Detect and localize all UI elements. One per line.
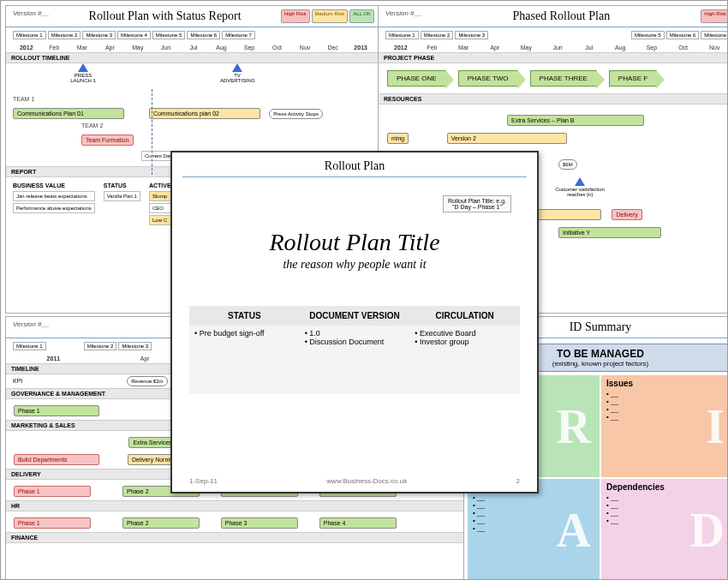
version-item: Discussion Document [305, 338, 405, 346]
legend-med: Medium Risk [312, 9, 349, 23]
center-title-slide: Rollout Plan Rollout Plan Title: e.g. "D… [170, 151, 539, 493]
milestones: Milestone 1 Milestone 2 Milestone 3 Mile… [379, 27, 728, 43]
months-row: 2012 Feb Mar Apr May Jun Jul Aug Sep Oct… [379, 43, 728, 52]
phase-chevron: PHASE THREE [530, 70, 597, 87]
team-label: TEAM 2 [81, 123, 374, 129]
section-hr: HR [6, 500, 467, 511]
marker-tv: TV ADVERTISING [220, 63, 254, 83]
info-table: STATUS DOCUMENT VERSION CIRCULATION Pre … [189, 306, 520, 394]
raid-big-letter: A [557, 503, 591, 558]
col-active: ACTIVE Slump CEO Low C [149, 182, 171, 227]
slide-subtitle: the reason why people want it [172, 258, 537, 272]
version-label: Version #__ [385, 9, 421, 23]
footer-page: 2 [516, 477, 520, 485]
month: Oct [264, 45, 291, 51]
bar-team-formation: Team Formation [81, 135, 134, 146]
bar-phase: Phase 2 [122, 517, 200, 529]
bar-phase: Phase 1 [14, 405, 99, 416]
month: May [511, 45, 542, 51]
panel-header: Version #__ Rollout Plan with Status Rep… [6, 6, 381, 27]
active-item: Slump [149, 191, 171, 201]
section-resources: RESOURCES [379, 93, 728, 105]
circ-item: Executive Board [415, 329, 515, 338]
bar-phase: Phase 1 [14, 486, 91, 497]
legend-ok: ALL OK [349, 9, 374, 23]
section-rollout-timeline: ROLLOUT TIMELINE [6, 52, 381, 63]
slide-title: Rollout Plan Title [172, 229, 537, 256]
raid-big-letter: I [706, 399, 725, 454]
col-status: STATUS Vanilla Part 1 [104, 182, 140, 227]
triangle-icon [78, 63, 88, 72]
version-item: 1.0 [305, 329, 405, 338]
bar-communications-1: Communications Plan 01 [13, 108, 124, 119]
month: Sep [636, 45, 667, 51]
bar-build-dept: Build Departments [14, 454, 99, 465]
month: Nov [699, 45, 728, 51]
phase-chevron: PHASE TWO [458, 70, 518, 87]
version-label: Version #__ [13, 320, 49, 334]
raid-item: __ [606, 493, 728, 501]
phase-chevron: PHASE ONE [387, 70, 446, 87]
months-row: 2012 Feb Mar Apr May Jun Jul Aug Sep Oct… [6, 43, 381, 52]
slide-heading: Rollout Plan [182, 152, 527, 177]
status-item: Vanilla Part 1 [104, 191, 140, 201]
hr-row: Phase 1 Phase 2 Phase 3 Phase 4 [6, 511, 467, 532]
circ-item: Investor group [415, 338, 515, 346]
month: Jun [152, 45, 180, 51]
footer-date: 1-Sep-11 [189, 477, 218, 485]
month: Jul [180, 45, 207, 51]
raid-big-letter: R [557, 399, 591, 454]
legend: High Risk Medium Risk ALL OK [281, 9, 374, 23]
bar-communications-2: Communications plan 02 [149, 108, 260, 119]
team1-row: Communications Plan 01 Communications pl… [13, 104, 374, 119]
version-label: Version #__ [13, 9, 49, 23]
year: 2012 [13, 45, 40, 51]
month: Jul [574, 45, 605, 51]
raid-heading: Issues [606, 379, 728, 388]
bar-phase: Phase 4 [319, 517, 397, 529]
bar-phase: Phase 1 [14, 517, 91, 529]
milestone: Milestone 2 [421, 31, 454, 39]
active-item: Low C [149, 215, 171, 225]
milestone: Milestone 3 [455, 31, 488, 39]
milestone: Milestone 1 [385, 31, 419, 39]
month: Feb [41, 45, 69, 51]
month: Apr [480, 45, 510, 51]
month: Aug [605, 45, 636, 51]
phases-row: PHASE ONE PHASE TWO PHASE THREE PHASE F [379, 63, 728, 93]
th-status: STATUS [189, 306, 300, 326]
month: Jun [542, 45, 573, 51]
milestone: Milestone 2 [48, 31, 81, 39]
marker-label: TV ADVERTISING [220, 73, 255, 83]
raid-cell-issues: Issues I ________ [601, 375, 728, 477]
bar-extra-b: Extra Services – Plan B [507, 115, 644, 126]
year: 2012 [385, 45, 416, 51]
milestone: Milestone 1 [13, 342, 46, 350]
slide-footer: 1-Sep-11 www.Business-Docs.co.uk 2 [189, 477, 520, 485]
col-business-value: BUSINESS VALUE Jan release beats expecta… [13, 182, 95, 227]
oval-press-stop: Press Activity Stops [269, 109, 323, 119]
bv-item: Jan release beats expectations [13, 191, 95, 201]
raid-cell-assumptions: Assumptions A __________ [468, 479, 600, 580]
bv-item: Performance above expectations [13, 203, 95, 213]
year: 2011 [13, 356, 94, 362]
milestone: Milestone 1 [13, 31, 46, 39]
marker-press-launch: PRESS LAUNCH 1 [66, 63, 100, 83]
bar-delivery: Delivery [612, 209, 641, 220]
month: Oct [668, 45, 699, 51]
month: Apr [97, 45, 124, 51]
footer-url: www.Business-Docs.co.uk [326, 477, 407, 485]
milestone: Milestone 6 [187, 31, 220, 39]
month: Mar [448, 45, 479, 51]
td-version: 1.0Discussion Document [300, 326, 410, 394]
month: Nov [291, 45, 319, 51]
current-date-line [152, 89, 152, 175]
panel-title: Phased Rollout Plan [513, 9, 611, 23]
month: May [124, 45, 152, 51]
kpi-label: KPI [13, 378, 22, 384]
table-body: Pre budget sign-off 1.0Discussion Docume… [189, 326, 520, 394]
th-circulation: CIRCULATION [409, 306, 520, 326]
td-circulation: Executive BoardInvestor group [409, 326, 520, 394]
milestone: Milestone 6 [666, 31, 700, 39]
milestones: Milestone 1 Milestone 2 Milestone 3 Mile… [6, 27, 381, 43]
